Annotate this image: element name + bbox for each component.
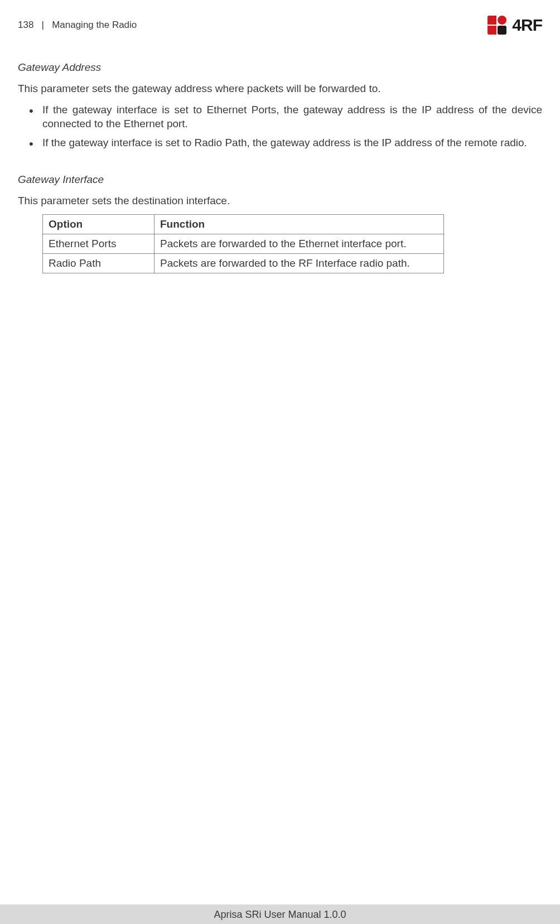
table-header-function: Function [155, 215, 444, 234]
gateway-interface-intro: This parameter sets the destination inte… [18, 194, 542, 208]
gateway-address-intro: This parameter sets the gateway address … [18, 81, 542, 96]
table-row: Radio Path Packets are forwarded to the … [43, 254, 444, 273]
footer-text: Aprisa SRi User Manual 1.0.0 [214, 909, 346, 920]
list-item: If the gateway interface is set to Ether… [42, 103, 542, 131]
page-content: 138 | Managing the Radio 4RF Gateway Add… [0, 0, 560, 273]
option-cell: Ethernet Ports [43, 234, 155, 254]
list-item: If the gateway interface is set to Radio… [42, 136, 542, 150]
table-header-option: Option [43, 215, 155, 234]
function-cell: Packets are forwarded to the RF Interfac… [155, 254, 444, 273]
header-left-text: 138 | Managing the Radio [18, 20, 137, 31]
logo-text: 4RF [512, 16, 542, 35]
gateway-address-bullets: If the gateway interface is set to Ether… [18, 103, 542, 150]
table-header-row: Option Function [43, 215, 444, 234]
gateway-interface-heading: Gateway Interface [18, 174, 542, 186]
header-separator: | [42, 20, 44, 30]
function-cell: Packets are forwarded to the Ethernet in… [155, 234, 444, 254]
page-header: 138 | Managing the Radio 4RF [18, 16, 542, 35]
options-table: Option Function Ethernet Ports Packets a… [42, 214, 444, 273]
gateway-address-heading: Gateway Address [18, 61, 542, 74]
brand-logo: 4RF [487, 16, 542, 35]
page-number: 138 [18, 20, 33, 30]
page-footer: Aprisa SRi User Manual 1.0.0 [0, 904, 560, 924]
logo-shapes-icon [487, 16, 506, 35]
section-title: Managing the Radio [52, 20, 137, 30]
table-row: Ethernet Ports Packets are forwarded to … [43, 234, 444, 254]
option-cell: Radio Path [43, 254, 155, 273]
